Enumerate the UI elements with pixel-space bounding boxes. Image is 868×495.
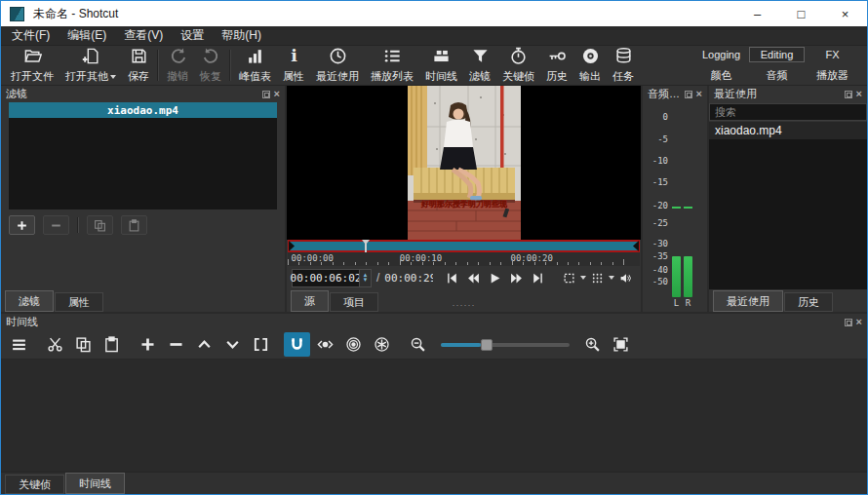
skip-to-end-button[interactable] <box>528 268 548 287</box>
close-panel-icon[interactable]: × <box>856 318 862 326</box>
redo-button[interactable]: 恢复 <box>194 46 227 85</box>
grid-button[interactable] <box>587 268 608 287</box>
history-button[interactable]: 历史 <box>540 46 573 85</box>
float-panel-icon[interactable] <box>262 91 270 98</box>
slider-handle[interactable] <box>481 339 493 351</box>
tab-source[interactable]: 源 <box>291 290 329 312</box>
paste-filters-button[interactable] <box>121 215 147 235</box>
undo-button[interactable]: 撤销 <box>161 46 194 85</box>
cut-button[interactable] <box>42 332 68 357</box>
jobs-button[interactable]: 任务 <box>607 46 640 85</box>
volume-button[interactable] <box>615 268 636 287</box>
close-panel-icon[interactable]: × <box>696 90 702 98</box>
timeline-track-area[interactable] <box>1 360 867 472</box>
open-file-icon <box>23 47 42 69</box>
video-preview-area[interactable]: 好明那尔授学明刀明些现 <box>287 86 641 240</box>
scrub-while-dragging-button[interactable] <box>312 332 338 357</box>
recent-button[interactable]: 最近使用 <box>310 46 365 85</box>
layout-editing[interactable]: Editing <box>749 47 805 62</box>
properties-button[interactable]: i 属性 <box>277 46 310 85</box>
peak-meter-button[interactable]: 峰值表 <box>233 46 277 85</box>
play-button[interactable] <box>485 268 505 287</box>
zoom-in-button[interactable] <box>579 332 606 357</box>
tab-recent[interactable]: 最近使用 <box>713 290 783 312</box>
scrub-bar[interactable] <box>288 240 640 252</box>
menu-view[interactable]: 查看(V) <box>115 25 172 46</box>
position-spinbox[interactable]: 00:00:06:02 ▲▼ <box>292 269 372 287</box>
ripple-button[interactable] <box>340 332 367 357</box>
position-spinner[interactable]: ▲▼ <box>359 270 371 286</box>
layout-fx[interactable]: FX <box>805 47 860 62</box>
recent-list[interactable]: xiaodao.mp4 <box>709 122 867 289</box>
keyframes-button[interactable]: 关键侦 <box>496 46 540 85</box>
toolbar-label: 撤销 <box>167 69 188 84</box>
close-panel-icon[interactable]: × <box>856 90 862 98</box>
filters-button[interactable]: 滤镜 <box>463 46 496 85</box>
tab-history[interactable]: 历史 <box>784 292 833 312</box>
overwrite-button[interactable] <box>219 332 246 357</box>
zoom-fit-timeline-button[interactable] <box>608 332 634 357</box>
float-panel-icon[interactable] <box>845 91 852 98</box>
timeline-menu-button[interactable] <box>6 332 32 357</box>
layout-audio[interactable]: 音频 <box>749 66 805 85</box>
open-other-button[interactable]: 打开其他 <box>59 46 122 85</box>
rewind-button[interactable] <box>463 268 484 287</box>
float-panel-icon[interactable] <box>685 91 692 98</box>
layout-logging[interactable]: Logging <box>693 47 749 62</box>
copy-filters-button[interactable] <box>87 215 113 235</box>
toolbar-label: 恢复 <box>200 69 221 84</box>
minimize-button[interactable]: – <box>735 1 779 26</box>
toolbar-label: 打开其他 <box>65 69 108 84</box>
playlist-button[interactable]: 播放列表 <box>365 46 419 85</box>
spin-down-icon[interactable]: ▼ <box>363 278 369 283</box>
ripple-all-tracks-button[interactable] <box>369 332 395 357</box>
splitter-handle[interactable]: ······ <box>453 300 476 310</box>
search-input[interactable] <box>709 103 867 121</box>
lift-button[interactable] <box>191 332 217 357</box>
position-value[interactable]: 00:00:06:02 <box>293 270 359 286</box>
maximize-button[interactable]: □ <box>779 1 823 26</box>
copy-button[interactable] <box>70 332 97 357</box>
close-panel-icon[interactable]: × <box>274 90 280 98</box>
zoom-out-button[interactable] <box>405 332 431 357</box>
chevron-down-icon[interactable] <box>609 276 614 283</box>
paste-button[interactable] <box>99 332 125 357</box>
open-file-button[interactable]: 打开文件 <box>5 46 59 85</box>
list-item[interactable]: xiaodao.mp4 <box>709 122 867 139</box>
close-button[interactable]: × <box>823 1 867 26</box>
save-button[interactable]: 保存 <box>122 46 155 85</box>
player-ruler[interactable]: 00:00:00 00:00:10 00:00:20 <box>288 252 640 266</box>
tab-properties[interactable]: 属性 <box>55 292 103 312</box>
out-point-marker[interactable] <box>633 241 639 251</box>
menu-file[interactable]: 文件(F) <box>3 25 59 46</box>
filters-list[interactable]: xiaodao.mp4 <box>9 102 277 209</box>
in-point-marker[interactable] <box>289 241 295 251</box>
menu-help[interactable]: 帮助(H) <box>213 25 270 46</box>
timeline-zoom-slider[interactable] <box>441 338 570 352</box>
menu-settings[interactable]: 设置 <box>172 25 213 46</box>
zoom-fit-button[interactable] <box>559 268 579 287</box>
tab-project[interactable]: 项目 <box>330 292 378 312</box>
db-label: -40 <box>643 265 668 275</box>
ruler-tick <box>568 262 569 265</box>
tab-filters[interactable]: 滤镜 <box>5 290 54 312</box>
layout-player[interactable]: 播放器 <box>805 66 860 85</box>
tab-timeline[interactable]: 时间线 <box>65 473 125 494</box>
filters-list-selected-item[interactable]: xiaodao.mp4 <box>9 102 277 118</box>
output-button[interactable]: 输出 <box>573 46 607 85</box>
fast-forward-button[interactable] <box>506 268 527 287</box>
append-button[interactable] <box>135 332 161 357</box>
add-filter-button[interactable] <box>9 215 35 235</box>
ripple-delete-button[interactable] <box>163 332 189 357</box>
split-button[interactable] <box>248 332 274 357</box>
timeline-button[interactable]: 时间线 <box>419 46 463 85</box>
playhead[interactable] <box>365 240 367 252</box>
float-panel-icon[interactable] <box>845 319 852 326</box>
snap-button[interactable] <box>284 332 310 357</box>
chevron-down-icon[interactable] <box>580 276 586 283</box>
menu-edit[interactable]: 编辑(E) <box>59 25 115 46</box>
skip-to-start-button[interactable] <box>442 268 462 287</box>
remove-filter-button[interactable] <box>43 215 69 235</box>
tab-keyframes[interactable]: 关键侦 <box>5 475 64 494</box>
layout-color[interactable]: 颜色 <box>693 66 749 85</box>
